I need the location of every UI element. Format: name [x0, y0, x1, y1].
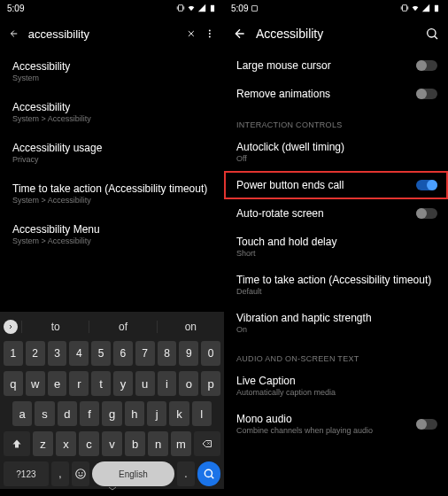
clock: 5:09: [231, 4, 259, 13]
toggle[interactable]: [416, 208, 437, 219]
result-sub: System > Accessibility: [12, 236, 212, 245]
kb-key[interactable]: 6: [113, 341, 133, 366]
svg-point-4: [209, 35, 211, 37]
chevron-right-icon: [7, 323, 14, 330]
comma-key[interactable]: ,: [51, 461, 69, 486]
kb-key[interactable]: a: [12, 401, 32, 426]
battery-icon: [432, 4, 441, 12]
search-result[interactable]: Accessibility System > Accessibility: [0, 92, 224, 133]
space-key[interactable]: English: [92, 461, 174, 486]
kb-key[interactable]: w: [26, 371, 45, 396]
symbols-key[interactable]: ?123: [4, 461, 49, 486]
suggestion[interactable]: to: [21, 321, 89, 333]
clear-icon[interactable]: [186, 27, 197, 41]
kb-key[interactable]: 7: [135, 341, 155, 366]
kb-key[interactable]: u: [135, 371, 155, 396]
toggle[interactable]: [416, 89, 437, 99]
setting-autoclick[interactable]: Autoclick (dwell timing) Off: [224, 133, 448, 171]
result-sub: System: [12, 74, 212, 82]
search-result[interactable]: Accessibility Menu System > Accessibilit…: [0, 214, 224, 255]
kb-key[interactable]: s: [35, 401, 54, 426]
kb-key[interactable]: z: [33, 431, 53, 456]
search-input[interactable]: [28, 27, 177, 41]
battery-icon: [208, 4, 217, 12]
kb-key[interactable]: x: [56, 431, 76, 456]
setting-sub: On: [236, 325, 437, 334]
kb-key[interactable]: l: [192, 401, 212, 426]
setting-time-to-take-action[interactable]: Time to take action (Accessibility timeo…: [224, 266, 448, 304]
kb-key[interactable]: 4: [69, 341, 89, 366]
kb-key[interactable]: h: [125, 401, 144, 426]
setting-live-caption[interactable]: Live Caption Automatically caption media: [224, 367, 448, 405]
kb-key[interactable]: j: [147, 401, 166, 426]
toggle[interactable]: [416, 419, 437, 430]
kb-key[interactable]: 0: [201, 341, 220, 366]
kb-search-key[interactable]: [197, 461, 220, 486]
search-result[interactable]: Accessibility usage Privacy: [0, 133, 224, 174]
suggestion-expand[interactable]: [0, 320, 21, 334]
kb-key[interactable]: 1: [4, 341, 23, 366]
search-icon[interactable]: [425, 27, 439, 41]
kb-key[interactable]: f: [80, 401, 99, 426]
setting-mono-audio[interactable]: Mono audio Combine channels when playing…: [224, 405, 448, 443]
search-result[interactable]: Time to take action (Accessibility timeo…: [0, 174, 224, 214]
kb-key[interactable]: d: [58, 401, 77, 426]
kb-key[interactable]: e: [48, 371, 67, 396]
kb-key[interactable]: 8: [158, 341, 177, 366]
kb-key[interactable]: 3: [48, 341, 67, 366]
section-header-audio: AUDIO AND ON-SCREEN TEXT: [224, 342, 448, 367]
kb-key[interactable]: 5: [91, 341, 111, 366]
backspace-key[interactable]: [194, 431, 220, 456]
back-icon[interactable]: [233, 27, 247, 41]
kb-row-numbers: 1 2 3 4 5 6 7 8 9 0: [0, 338, 224, 368]
svg-rect-10: [403, 5, 407, 12]
setting-vibration[interactable]: Vibration and haptic strength On: [224, 304, 448, 342]
kb-key[interactable]: t: [91, 371, 111, 396]
nav-handle[interactable]: [107, 478, 118, 494]
svg-point-2: [209, 30, 211, 32]
kb-key[interactable]: b: [125, 431, 145, 456]
emoji-key[interactable]: [72, 461, 89, 486]
kb-key[interactable]: n: [148, 431, 168, 456]
setting-title: Vibration and haptic strength: [236, 312, 437, 324]
kb-key[interactable]: k: [169, 401, 189, 426]
search-result[interactable]: Accessibility System: [0, 51, 224, 92]
setting-auto-rotate[interactable]: Auto-rotate screen: [224, 199, 448, 228]
kb-key[interactable]: c: [79, 431, 99, 456]
kb-key[interactable]: r: [69, 371, 89, 396]
kb-key[interactable]: i: [158, 371, 177, 396]
kb-key[interactable]: m: [171, 431, 191, 456]
screenshot-icon: [251, 4, 259, 12]
search-header: [0, 16, 224, 51]
search-icon: [203, 468, 215, 480]
back-icon[interactable]: [9, 27, 19, 41]
suggestion[interactable]: of: [89, 321, 156, 333]
setting-remove-animations[interactable]: Remove animations: [224, 80, 448, 108]
kb-key[interactable]: v: [102, 431, 122, 456]
kb-key[interactable]: y: [113, 371, 133, 396]
toggle[interactable]: [416, 60, 437, 71]
setting-touch-hold-delay[interactable]: Touch and hold delay Short: [224, 228, 448, 266]
setting-power-button-ends-call[interactable]: Power button ends call: [224, 171, 448, 199]
kb-row-2: a s d f g h j k l: [0, 399, 224, 429]
kb-key[interactable]: o: [179, 371, 198, 396]
setting-title: Auto-rotate screen: [236, 207, 416, 220]
toggle[interactable]: [416, 180, 437, 190]
shift-key[interactable]: [4, 431, 30, 456]
settings-list[interactable]: Large mouse cursor Remove animations INT…: [224, 51, 448, 496]
status-icons: [176, 4, 217, 12]
period-key[interactable]: .: [177, 461, 195, 486]
kb-key[interactable]: 9: [179, 341, 198, 366]
page-header: Accessibility: [224, 16, 448, 51]
setting-sub: Automatically caption media: [236, 388, 437, 397]
kb-key[interactable]: 2: [26, 341, 45, 366]
kb-key[interactable]: g: [102, 401, 121, 426]
suggestion[interactable]: on: [157, 321, 224, 333]
overflow-icon[interactable]: [205, 27, 215, 41]
kb-key[interactable]: p: [201, 371, 220, 396]
svg-rect-11: [435, 5, 438, 12]
result-title: Accessibility: [12, 60, 212, 73]
setting-title: Autoclick (dwell timing): [236, 141, 437, 153]
kb-key[interactable]: q: [4, 371, 23, 396]
setting-large-mouse-cursor[interactable]: Large mouse cursor: [224, 51, 448, 80]
